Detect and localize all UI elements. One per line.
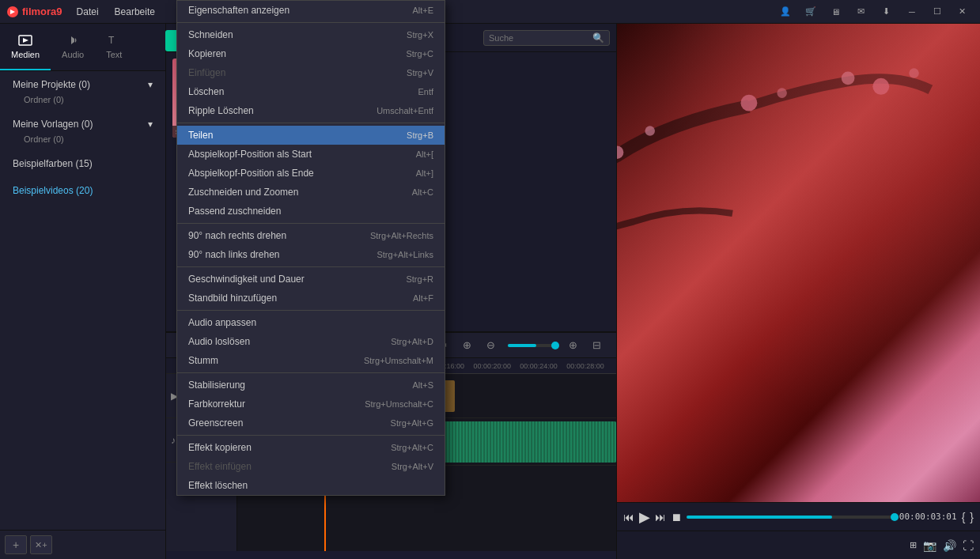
ctx-item-24[interactable]: StabilisierungAlt+S	[177, 376, 445, 395]
sidebar-item-videos[interactable]: Beispielvideos (20)	[8, 182, 157, 199]
right-brace-button[interactable]: }	[970, 511, 974, 523]
ctx-item-11[interactable]: Zuschneiden und ZoomenAlt+C	[177, 183, 445, 202]
ctx-item-9[interactable]: Abspielkopf-Position als StartAlt+[	[177, 145, 445, 164]
ctx-item-12[interactable]: Passend zuschneiden	[177, 202, 445, 221]
ctx-separator-16	[177, 266, 445, 267]
sidebar-item-projekte[interactable]: Meine Projekte (0) ▾	[8, 76, 157, 93]
download-icon[interactable]: ⬇	[876, 4, 898, 20]
ctx-item-25[interactable]: FarbkorrekturStrg+Umschalt+C	[177, 395, 445, 414]
preview-extra-controls: ⊞ 📷 🔊 ⛶	[617, 531, 980, 559]
ctx-shortcut-8: Strg+B	[407, 130, 433, 140]
ctx-item-10[interactable]: Abspielkopf-Position als EndeAlt+]	[177, 164, 445, 183]
ctx-item-26[interactable]: GreenscreenStrg+Alt+G	[177, 414, 445, 432]
sidebar-item-ordner-1[interactable]: Ordner (0)	[8, 133, 157, 145]
ctx-label-8: Teilen	[188, 130, 213, 141]
ctx-label-2: Schneiden	[188, 29, 233, 40]
add-file-button[interactable]: ✕+	[30, 535, 52, 554]
ctx-item-28[interactable]: Effekt kopierenStrg+Alt+C	[177, 438, 445, 457]
ctx-shortcut-29: Strg+Alt+V	[392, 462, 433, 471]
menu-datei[interactable]: Datei	[69, 3, 107, 21]
close-button[interactable]: ✕	[952, 4, 974, 20]
ctx-shortcut-3: Strg+C	[406, 49, 433, 59]
ctx-item-2[interactable]: SchneidenStrg+X	[177, 25, 445, 44]
left-brace-button[interactable]: {	[962, 511, 966, 523]
fullscreen-button[interactable]: ⛶	[963, 539, 974, 552]
panel-button[interactable]: ⊟	[587, 337, 606, 354]
play-pause-button[interactable]: ▶	[639, 508, 650, 526]
ctx-label-21: Audio loslösen	[188, 336, 250, 347]
volume-button[interactable]: 🔊	[943, 539, 956, 552]
minimize-button[interactable]: ─	[901, 4, 923, 20]
ctx-shortcut-2: Strg+X	[407, 30, 433, 40]
ctx-item-30[interactable]: Effekt löschen	[177, 476, 445, 495]
tab-text[interactable]: T Text	[95, 24, 133, 70]
search-input[interactable]	[489, 33, 589, 43]
sidebar-item-vorlagen[interactable]: Meine Vorlagen (0) ▾	[8, 115, 157, 133]
ctx-item-8[interactable]: TeilenStrg+B	[177, 126, 445, 145]
profile-icon[interactable]: 👤	[774, 4, 796, 20]
ctx-item-15[interactable]: 90° nach links drehenStrg+Alt+Links	[177, 245, 445, 264]
preview-progress-bar[interactable]	[687, 516, 895, 519]
ctx-label-11: Zuschneiden und Zoomen	[188, 187, 298, 198]
svg-text:T: T	[108, 35, 115, 46]
ctx-item-18[interactable]: Standbild hinzufügenAlt+F	[177, 289, 445, 308]
sidebar-item-farben[interactable]: Beispielfarben (15)	[8, 155, 157, 172]
ctx-shortcut-9: Alt+[	[416, 149, 433, 159]
ctx-item-5[interactable]: LöschenEntf	[177, 82, 445, 101]
mail-icon[interactable]: ✉	[850, 4, 872, 20]
ctx-item-20[interactable]: Audio anpassen	[177, 313, 445, 332]
ctx-item-14[interactable]: 90° nach rechts drehenStrg+Alt+Rechts	[177, 226, 445, 245]
next-frame-button[interactable]: ⏭	[655, 511, 666, 523]
ctx-label-26: Greenscreen	[188, 417, 243, 429]
maximize-button[interactable]: ☐	[926, 4, 948, 20]
tree-overlay	[617, 24, 980, 502]
preview-time: 00:00:03:01	[899, 512, 957, 522]
tab-medien[interactable]: Medien	[0, 24, 51, 70]
ctx-label-30: Effekt löschen	[188, 480, 248, 491]
ctx-shortcut-24: Alt+S	[412, 380, 433, 390]
prev-frame-button[interactable]: ⏮	[623, 511, 634, 523]
minus-button[interactable]: ⊖	[481, 337, 500, 354]
ctx-item-0[interactable]: Eigenschaften anzeigenAlt+E	[177, 1, 445, 20]
svg-point-9	[777, 88, 787, 98]
ctx-label-10: Abspielkopf-Position als Ende	[188, 168, 314, 179]
left-panel: Medien Audio T Text Meine Projekte (0) ▾…	[0, 24, 166, 559]
snapshot-button[interactable]: 📷	[923, 539, 936, 552]
svg-point-6	[617, 145, 623, 159]
pip-button[interactable]: ⊞	[910, 540, 917, 550]
menu-bearbeite[interactable]: Bearbeite	[107, 3, 163, 21]
ctx-separator-19	[177, 310, 445, 311]
tab-audio[interactable]: Audio	[51, 24, 95, 70]
chevron-down-icon-2: ▾	[148, 119, 153, 130]
ctx-item-22[interactable]: StummStrg+Umschalt+M	[177, 351, 445, 370]
ctx-shortcut-0: Alt+E	[412, 6, 433, 15]
search-icon: 🔍	[592, 32, 604, 43]
sidebar-item-ordner-0[interactable]: Ordner (0)	[8, 93, 157, 106]
screen-icon[interactable]: 🖥	[825, 4, 847, 20]
screen-rec-button[interactable]: ⊕	[457, 337, 476, 354]
ctx-label-17: Geschwindigkeit und Dauer	[188, 274, 305, 285]
ctx-item-6[interactable]: Ripple LöschenUmschalt+Entf	[177, 101, 445, 120]
svg-point-12	[909, 68, 919, 78]
ctx-item-3[interactable]: KopierenStrg+C	[177, 44, 445, 63]
sidebar: Meine Projekte (0) ▾ Ordner (0) Meine Vo…	[0, 71, 165, 530]
ctx-label-4: Einfügen	[188, 67, 225, 78]
preview-video	[617, 24, 980, 502]
add-folder-button[interactable]: +	[5, 535, 27, 554]
ctx-label-3: Kopieren	[188, 48, 226, 59]
ctx-label-12: Passend zuschneiden	[188, 206, 281, 217]
progress-dot	[891, 513, 899, 521]
ctx-shortcut-6: Umschalt+Entf	[376, 106, 433, 115]
ctx-shortcut-22: Strg+Umschalt+M	[364, 356, 433, 365]
stop-button[interactable]: ⏹	[671, 511, 682, 523]
store-icon[interactable]: 🛒	[800, 4, 822, 20]
ctx-separator-7	[177, 123, 445, 123]
plus-button[interactable]: ⊕	[563, 337, 582, 354]
ctx-shortcut-26: Strg+Alt+G	[391, 418, 433, 428]
ctx-item-21[interactable]: Audio loslösenStrg+Alt+D	[177, 332, 445, 351]
ctx-separator-23	[177, 372, 445, 373]
zoom-slider[interactable]	[508, 344, 555, 347]
ctx-shortcut-4: Strg+V	[407, 68, 433, 77]
ctx-label-9: Abspielkopf-Position als Start	[188, 149, 312, 160]
ctx-item-17[interactable]: Geschwindigkeit und DauerStrg+R	[177, 270, 445, 289]
